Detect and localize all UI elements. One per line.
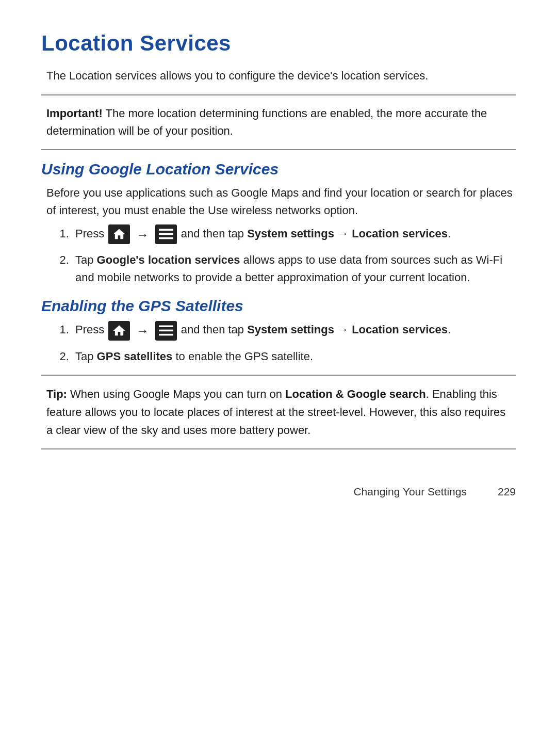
step-2-1: Press → and then tap System settings → L…: [72, 321, 516, 341]
svg-rect-2: [159, 237, 173, 239]
step-1-1-suffix: .: [448, 227, 451, 240]
important-text: The more location determining functions …: [46, 107, 487, 137]
section1-body: Before you use applications such as Goog…: [46, 184, 516, 219]
step-1-1-bold: System settings → Location services: [247, 227, 448, 240]
menu-icon-2: [155, 321, 177, 341]
svg-rect-1: [159, 233, 173, 235]
section2-title: Enabling the GPS Satellites: [41, 297, 516, 315]
step-1-1: Press → and then tap System settings → L…: [72, 224, 516, 244]
arrow-2: →: [136, 324, 149, 337]
menu-icon-1: [155, 224, 177, 244]
important-box: Important! The more location determining…: [46, 105, 511, 140]
section1-title: Using Google Location Services: [41, 160, 516, 178]
tip-text: When using Google Maps you can turn on: [67, 388, 285, 400]
important-label: Important!: [46, 107, 103, 120]
step-2-1-suffix: .: [448, 323, 451, 336]
page-title: Location Services: [41, 31, 516, 56]
tip-label: Tip:: [46, 388, 67, 400]
home-icon-2: [108, 321, 130, 341]
step-2-1-bold: System settings → Location services: [247, 323, 448, 336]
divider-3: [41, 375, 516, 376]
divider-1: [41, 94, 516, 95]
page-number: 229: [498, 486, 516, 498]
divider-2: [41, 149, 516, 150]
step-1-2: Tap Google's location services allows ap…: [72, 251, 516, 286]
step-1-2-bold: Google's location services: [97, 253, 240, 266]
section2-steps: Press → and then tap System settings → L…: [72, 321, 516, 365]
tip-bold: Location & Google search: [285, 388, 426, 400]
arrow-1: →: [136, 228, 149, 242]
step-1-2-prefix: Tap: [75, 253, 97, 266]
step-2-2-suffix: to enable the GPS satellite.: [172, 350, 313, 363]
step-2-2: Tap GPS satellites to enable the GPS sat…: [72, 348, 516, 365]
step-1-1-middle: and then tap: [181, 227, 247, 240]
section1-steps: Press → and then tap System settings → L…: [72, 224, 516, 286]
step-2-2-bold: GPS satellites: [97, 350, 173, 363]
home-icon-1: [108, 224, 130, 244]
step-2-1-middle: and then tap: [181, 323, 247, 336]
footer-chapter: Changing Your Settings: [353, 486, 467, 498]
step-1-1-prefix: Press: [75, 227, 107, 240]
svg-rect-3: [159, 325, 173, 327]
intro-text: The Location services allows you to conf…: [46, 67, 516, 84]
svg-rect-4: [159, 329, 173, 331]
svg-rect-5: [159, 333, 173, 335]
tip-box: Tip: When using Google Maps you can turn…: [46, 385, 511, 440]
step-2-1-prefix: Press: [75, 323, 107, 336]
step-2-2-prefix: Tap: [75, 350, 97, 363]
footer: Changing Your Settings 229: [41, 480, 516, 498]
divider-4: [41, 448, 516, 449]
svg-rect-0: [159, 229, 173, 231]
